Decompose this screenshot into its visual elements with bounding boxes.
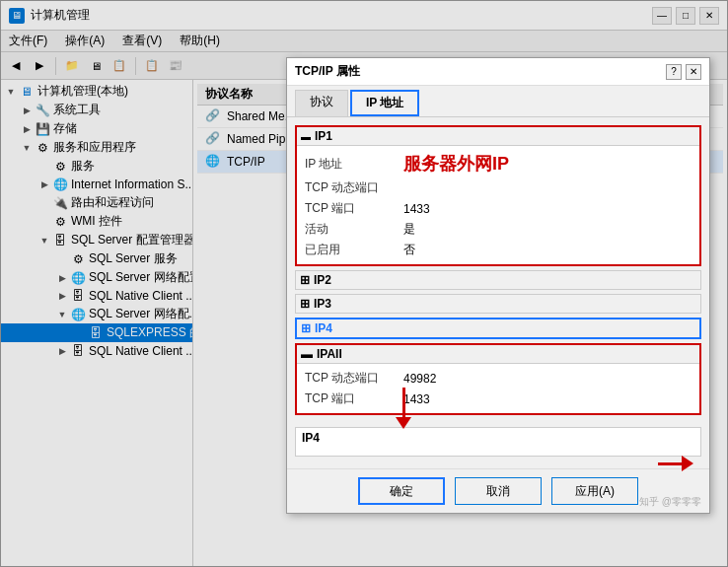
ip1-header[interactable]: ▬ IP1 (297, 127, 699, 146)
dialog-title-bar: TCP/IP 属性 ? ✕ (287, 58, 709, 86)
apply-button[interactable]: 应用(A) (551, 477, 638, 505)
ip1-dynamic-label: TCP 动态端口 (305, 179, 403, 196)
ip1-row-active: 活动 是 (305, 219, 692, 240)
ip4-bottom-header: IP4 (296, 428, 700, 448)
ipall-dynamic-value: 49982 (403, 372, 692, 386)
tab-protocol[interactable]: 协议 (295, 90, 348, 116)
ip4-bottom-section: IP4 (295, 427, 701, 457)
ip1-expand-icon: ▬ (301, 131, 311, 142)
ip1-row-ipaddr: IP 地址 服务器外网IP (305, 150, 692, 177)
ip2-expand-icon: ⊞ (300, 273, 310, 287)
ip1-body: IP 地址 服务器外网IP TCP 动态端口 TCP 端口 1433 活动 是 (297, 146, 699, 264)
dialog-body: ▬ IP1 IP 地址 服务器外网IP TCP 动态端口 TCP 端口 1433 (287, 117, 709, 468)
ipall-header[interactable]: ▬ IPAII (297, 345, 699, 364)
dialog-footer: 确定 取消 应用(A) 知乎 @零零零 (287, 468, 709, 513)
confirm-button[interactable]: 确定 (358, 477, 445, 505)
ipall-row-port: TCP 端口 1433 (305, 389, 692, 409)
ip3-header[interactable]: ⊞ IP3 (296, 295, 700, 313)
cancel-button[interactable]: 取消 (455, 477, 542, 505)
ipall-label: IPAII (317, 347, 342, 361)
ip4-bottom-label: IP4 (302, 431, 320, 445)
ip4-header[interactable]: ⊞ IP4 (297, 319, 699, 337)
dialog-overlay: TCP/IP 属性 ? ✕ 协议 IP 地址 ▬ IP1 IP 地址 (0, 0, 728, 567)
ip3-label: IP3 (314, 297, 331, 311)
ip1-active-value: 是 (403, 221, 692, 238)
ip1-row-enabled: 已启用 否 (305, 240, 692, 260)
dialog-title: TCP/IP 属性 (295, 63, 666, 80)
ipall-body: TCP 动态端口 49982 TCP 端口 1433 (297, 364, 699, 413)
ip4-expand-icon: ⊞ (301, 321, 311, 335)
ipall-port-label: TCP 端口 (305, 390, 403, 407)
ip2-header[interactable]: ⊞ IP2 (296, 271, 700, 289)
ip4-label: IP4 (315, 321, 332, 335)
ipall-section: ▬ IPAII TCP 动态端口 49982 TCP 端口 1433 (295, 343, 701, 415)
ipall-port-value: 1433 (403, 392, 692, 406)
ip1-ipaddr-label: IP 地址 (305, 156, 403, 173)
ip1-row-dynamic: TCP 动态端口 (305, 177, 692, 198)
ip1-port-label: TCP 端口 (305, 200, 403, 217)
ip1-row-port: TCP 端口 1433 (305, 198, 692, 219)
ipall-row-dynamic: TCP 动态端口 49982 (305, 368, 692, 389)
ip3-expand-icon: ⊞ (300, 297, 310, 311)
ip3-section: ⊞ IP3 (295, 294, 701, 314)
ip1-enabled-label: 已启用 (305, 242, 403, 258)
ip1-active-label: 活动 (305, 221, 403, 238)
ip1-label: IP1 (315, 129, 332, 143)
watermark: 知乎 @零零零 (639, 495, 701, 509)
ip1-port-value: 1433 (403, 202, 692, 216)
ip2-section: ⊞ IP2 (295, 270, 701, 290)
ipall-expand-icon: ▬ (301, 347, 313, 361)
tab-ipaddr[interactable]: IP 地址 (350, 90, 419, 116)
dialog-tabs: 协议 IP 地址 (287, 86, 709, 117)
dialog-help-button[interactable]: ? (666, 64, 682, 80)
ip1-section: ▬ IP1 IP 地址 服务器外网IP TCP 动态端口 TCP 端口 1433 (295, 125, 701, 266)
ip1-enabled-value: 否 (403, 242, 692, 258)
dialog-title-controls: ? ✕ (666, 64, 701, 80)
ipall-dynamic-label: TCP 动态端口 (305, 370, 403, 387)
tcp-ip-dialog: TCP/IP 属性 ? ✕ 协议 IP 地址 ▬ IP1 IP 地址 (286, 57, 710, 514)
ip1-ipaddr-value: 服务器外网IP (403, 152, 692, 176)
ip4-section: ⊞ IP4 (295, 318, 701, 339)
dialog-close-button[interactable]: ✕ (686, 64, 701, 80)
ip2-label: IP2 (314, 273, 331, 287)
